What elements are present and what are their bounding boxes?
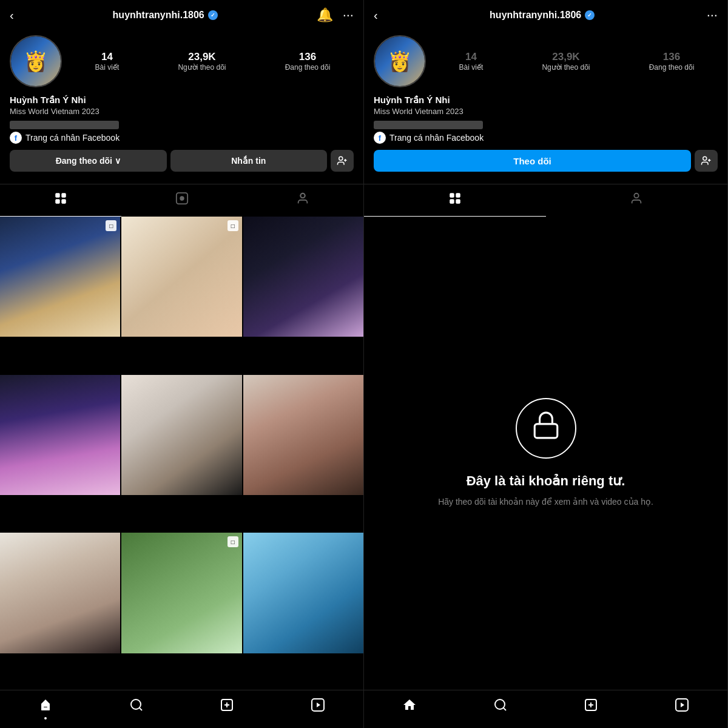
svg-rect-20 <box>456 194 460 197</box>
right-grid-icon <box>448 192 462 209</box>
svg-rect-6 <box>62 200 66 203</box>
right-private-title: Đây là tài khoản riêng tư. <box>467 473 625 489</box>
left-nav-reels[interactable] <box>311 698 325 716</box>
right-header: ‹ huynhtranynhi.1806 ✓ ··· <box>364 0 727 30</box>
svg-rect-22 <box>456 200 460 203</box>
left-back-button[interactable]: ‹ <box>10 8 14 22</box>
left-blurred-url: ██████████████████ <box>10 121 119 129</box>
right-avatar-image: 👸 <box>375 36 425 86</box>
right-facebook-label: Trang cá nhân Facebook <box>389 133 484 143</box>
left-add-person-button[interactable] <box>331 150 354 172</box>
left-facebook-icon: f <box>10 132 22 144</box>
svg-rect-10 <box>301 194 305 198</box>
left-tab-reels[interactable] <box>121 184 243 217</box>
left-facebook-label: Trang cá nhân Facebook <box>25 133 120 143</box>
right-header-right: ··· <box>707 7 718 23</box>
left-profile-section: 👸 14 Bài viết 23,9K Người theo dõi 136 Đ… <box>0 30 363 181</box>
svg-point-0 <box>339 157 343 160</box>
svg-rect-4 <box>62 194 66 197</box>
left-stat-posts: 14 Bài viết <box>95 51 120 72</box>
right-back-button[interactable]: ‹ <box>374 8 378 22</box>
left-action-buttons: Đang theo dõi ∨ Nhắn tin <box>10 150 354 172</box>
left-following-button[interactable]: Đang theo dõi ∨ <box>10 150 167 172</box>
left-bell-icon[interactable]: 🔔 <box>317 7 333 23</box>
right-blurred-url: ██████████████████ <box>374 121 483 129</box>
right-follow-button[interactable]: Theo dõi <box>374 150 691 172</box>
left-reels-icon <box>175 192 189 209</box>
right-header-center: huynhtranynhi.1806 ✓ <box>490 10 595 21</box>
right-lock-icon <box>531 410 561 447</box>
right-panel: ‹ huynhtranynhi.1806 ✓ ··· 👸 14 Bài viết… <box>364 0 728 728</box>
left-stat-followers[interactable]: 23,9K Người theo dõi <box>178 51 226 72</box>
right-tab-grid[interactable] <box>364 184 546 217</box>
multi-icon-2: □ <box>228 220 238 231</box>
left-message-button[interactable]: Nhắn tin <box>170 150 328 172</box>
right-lock-circle <box>516 398 576 459</box>
svg-point-11 <box>131 699 141 709</box>
left-avatar-image: 👸 <box>11 36 61 86</box>
right-stat-posts: 14 Bài viết <box>459 51 484 72</box>
grid-cell-8[interactable]: □ <box>121 533 241 653</box>
right-facebook-icon: f <box>374 132 386 144</box>
left-nav-home[interactable] <box>38 698 53 716</box>
right-tab-tagged[interactable] <box>546 184 728 217</box>
left-tab-tagged[interactable] <box>242 184 363 217</box>
left-verified-badge: ✓ <box>208 10 218 20</box>
svg-rect-19 <box>450 194 454 197</box>
right-profile-top: 👸 14 Bài viết 23,9K Người theo dõi 136 Đ… <box>374 35 718 87</box>
left-grid-icon <box>54 192 67 209</box>
svg-point-25 <box>495 699 505 709</box>
svg-rect-5 <box>56 200 59 203</box>
grid-cell-7[interactable] <box>0 533 120 653</box>
grid-cell-2[interactable]: □ <box>121 217 241 337</box>
left-username: huynhtranynhi.1806 <box>113 10 204 21</box>
left-stat-following[interactable]: 136 Đang theo dõi <box>285 51 331 72</box>
left-profile-bio: Miss World Vietnam 2023 <box>10 107 354 116</box>
right-add-person-button[interactable] <box>695 150 718 172</box>
left-nav-search[interactable] <box>129 698 144 716</box>
left-avatar[interactable]: 👸 <box>10 35 62 87</box>
left-tab-grid[interactable] <box>0 184 121 217</box>
left-profile-top: 👸 14 Bài viết 23,9K Người theo dõi 136 Đ… <box>10 35 354 87</box>
right-nav-home[interactable] <box>402 698 417 716</box>
right-private-desc: Hãy theo dõi tài khoản này để xem ảnh và… <box>438 496 653 508</box>
left-photo-grid: □ □ □ <box>0 217 363 690</box>
right-profile-name: Huỳnh Trần Ý Nhi <box>374 95 718 106</box>
right-username: huynhtranynhi.1806 <box>490 10 581 21</box>
right-nav-create[interactable] <box>584 698 598 716</box>
grid-cell-6[interactable] <box>243 375 363 495</box>
right-tagged-icon <box>630 192 643 209</box>
grid-cell-3[interactable] <box>243 217 363 337</box>
left-more-icon[interactable]: ··· <box>343 7 354 23</box>
left-tabs <box>0 184 363 217</box>
right-action-buttons: Theo dõi <box>374 150 718 172</box>
right-bottom-nav <box>364 690 727 728</box>
right-stat-following[interactable]: 136 Đang theo dõi <box>649 51 695 72</box>
left-bottom-nav <box>0 690 363 728</box>
left-header: ‹ huynhtranynhi.1806 ✓ 🔔 ··· <box>0 0 363 30</box>
right-nav-reels[interactable] <box>675 698 689 716</box>
right-verified-badge: ✓ <box>585 10 595 20</box>
svg-rect-3 <box>56 194 59 197</box>
right-facebook-link[interactable]: f Trang cá nhân Facebook <box>374 132 718 144</box>
grid-cell-5[interactable] <box>121 375 241 495</box>
left-stats: 14 Bài viết 23,9K Người theo dõi 136 Đan… <box>72 51 354 72</box>
multi-icon-8: □ <box>228 536 238 547</box>
right-avatar[interactable]: 👸 <box>374 35 426 87</box>
grid-cell-4[interactable] <box>0 375 120 495</box>
left-profile-name: Huỳnh Trần Ý Nhi <box>10 95 354 106</box>
left-header-center: huynhtranynhi.1806 ✓ <box>113 10 218 21</box>
right-nav-search[interactable] <box>493 698 508 716</box>
left-facebook-link[interactable]: f Trang cá nhân Facebook <box>10 132 354 144</box>
left-nav-create[interactable] <box>220 698 234 716</box>
svg-rect-24 <box>534 424 558 438</box>
svg-point-16 <box>703 157 707 160</box>
right-more-icon[interactable]: ··· <box>707 7 718 23</box>
right-stat-followers[interactable]: 23,9K Người theo dõi <box>542 51 590 72</box>
multi-icon-1: □ <box>106 220 116 231</box>
grid-cell-9[interactable] <box>243 533 363 653</box>
left-panel: ‹ huynhtranynhi.1806 ✓ 🔔 ··· 👸 14 Bài vi… <box>0 0 364 728</box>
right-private-section: Đây là tài khoản riêng tư. Hãy theo dõi … <box>364 217 727 690</box>
right-tabs <box>364 184 727 217</box>
grid-cell-1[interactable]: □ <box>0 217 120 337</box>
